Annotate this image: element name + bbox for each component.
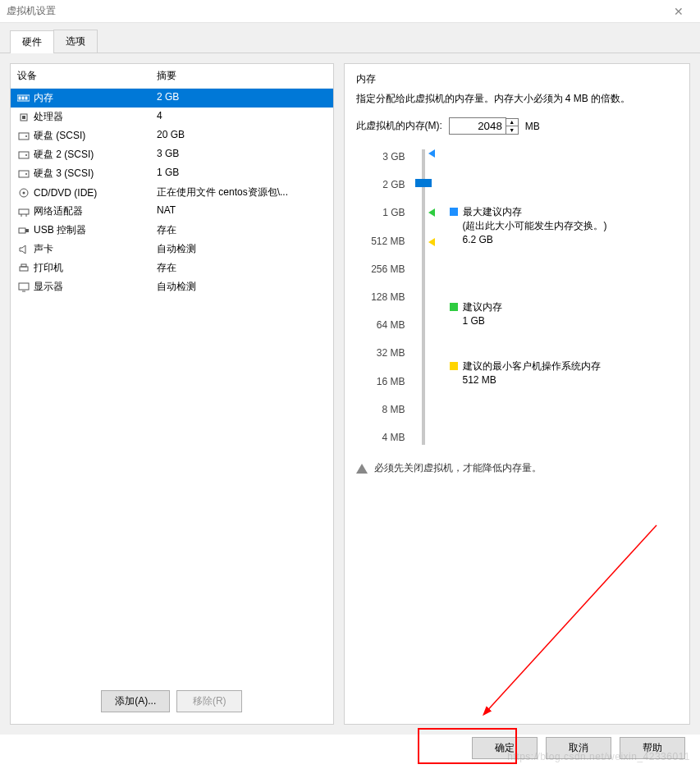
min-label: 建议的最小客户机操作系统内存 [463, 359, 601, 373]
table-row[interactable]: 硬盘 3 (SCSI)1 GB [11, 164, 333, 183]
memory-slider[interactable] [412, 149, 435, 445]
table-row[interactable]: CD/DVD (IDE)正在使用文件 centos资源包\... [11, 183, 333, 202]
table-row[interactable]: 声卡自动检测 [11, 240, 333, 259]
device-summary: 2 GB [157, 91, 179, 105]
slider-tick-label: 64 MB [356, 319, 405, 331]
device-summary: 正在使用文件 centos资源包\... [157, 185, 288, 199]
device-name: 声卡 [34, 242, 53, 256]
spinner-down-icon[interactable]: ▼ [506, 126, 518, 134]
rec-value: 1 GB [463, 314, 502, 328]
device-name: 显示器 [34, 280, 63, 294]
slider-tick-label: 128 MB [356, 291, 405, 303]
hardware-table-header: 设备 摘要 [11, 64, 333, 89]
slider-tick-label: 16 MB [356, 376, 405, 387]
tab-bar: 硬件 选项 [0, 23, 700, 53]
marker-min-icon [428, 238, 435, 246]
device-name: USB 控制器 [34, 223, 86, 237]
device-summary: 自动检测 [157, 242, 196, 256]
memory-section-title: 内存 [356, 72, 679, 86]
svg-rect-2 [22, 97, 24, 99]
slider-tick-label: 3 GB [356, 151, 405, 162]
max-rec-label: 最大建议内存 [463, 205, 607, 219]
net-icon [17, 207, 30, 217]
slider-tick-label: 256 MB [356, 263, 405, 275]
memory-icon [17, 94, 30, 103]
usb-icon [17, 226, 30, 236]
printer-icon [17, 263, 30, 273]
table-row[interactable]: 内存2 GB [11, 89, 333, 108]
close-icon[interactable]: ✕ [664, 5, 693, 18]
device-summary: 存在 [157, 261, 176, 275]
square-green-icon [450, 303, 458, 311]
remove-button[interactable]: 移除(R) [176, 690, 242, 712]
device-name: 内存 [34, 91, 53, 105]
slider-tick-label: 8 MB [356, 404, 405, 415]
slider-tick-label: 1 GB [356, 207, 405, 218]
svg-rect-10 [19, 171, 29, 177]
hardware-table: 设备 摘要 内存2 GB处理器4硬盘 (SCSI)20 GB硬盘 2 (SCSI… [11, 64, 333, 682]
cd-icon [17, 188, 30, 198]
svg-point-13 [22, 191, 25, 194]
cancel-button[interactable]: 取消 [546, 737, 611, 759]
help-button[interactable]: 帮助 [620, 737, 685, 759]
warning-row: 必须先关闭虚拟机，才能降低内存量。 [356, 461, 679, 475]
col-header-summary: 摘要 [157, 69, 176, 83]
device-summary: NAT [157, 204, 176, 218]
tab-options[interactable]: 选项 [53, 30, 98, 53]
spinner-up-icon[interactable]: ▲ [506, 119, 518, 126]
svg-rect-1 [19, 97, 21, 99]
slider-tick-label: 32 MB [356, 347, 405, 359]
sound-icon [17, 245, 30, 254]
square-yellow-icon [450, 362, 458, 370]
device-name: 网络适配器 [34, 204, 83, 218]
square-blue-icon [450, 208, 458, 216]
svg-rect-6 [19, 133, 29, 140]
memory-input[interactable] [449, 117, 506, 135]
col-header-device: 设备 [17, 69, 157, 83]
ok-button[interactable]: 确定 [472, 737, 538, 759]
rec-label: 建议内存 [463, 300, 502, 314]
add-button[interactable]: 添加(A)... [101, 690, 170, 712]
memory-unit: MB [525, 121, 540, 132]
device-summary: 自动检测 [157, 280, 196, 294]
table-row[interactable]: 显示器自动检测 [11, 277, 333, 296]
marker-max-icon [428, 149, 435, 158]
table-row[interactable]: 硬盘 (SCSI)20 GB [11, 126, 333, 145]
table-row[interactable]: 处理器4 [11, 108, 333, 126]
memory-input-row: 此虚拟机的内存(M): ▲ ▼ MB [356, 117, 679, 135]
device-name: 处理器 [34, 110, 63, 124]
hardware-list-panel: 设备 摘要 内存2 GB处理器4硬盘 (SCSI)20 GB硬盘 2 (SCSI… [10, 63, 334, 725]
warning-text: 必须先关闭虚拟机，才能降低内存量。 [374, 461, 542, 475]
memory-spinner[interactable]: ▲ ▼ [506, 118, 519, 135]
slider-tick-label: 4 MB [356, 432, 405, 443]
slider-tick-label: 2 GB [356, 179, 405, 190]
slider-tick-labels: 3 GB2 GB1 GB512 MB256 MB128 MB64 MB32 MB… [356, 149, 405, 445]
tab-hardware[interactable]: 硬件 [10, 30, 54, 53]
device-name: 硬盘 3 (SCSI) [34, 167, 94, 181]
table-row[interactable]: USB 控制器存在 [11, 221, 333, 240]
table-row[interactable]: 硬盘 2 (SCSI)3 GB [11, 145, 333, 164]
disk-icon [17, 169, 30, 179]
device-name: 硬盘 (SCSI) [34, 129, 85, 143]
slider-thumb[interactable] [415, 179, 432, 187]
memory-panel: 内存 指定分配给此虚拟机的内存量。内存大小必须为 4 MB 的倍数。 此虚拟机的… [344, 63, 691, 725]
table-row[interactable]: 打印机存在 [11, 259, 333, 277]
display-icon [17, 282, 30, 292]
svg-rect-5 [22, 116, 25, 119]
svg-rect-14 [19, 209, 29, 214]
max-rec-value: 6.2 GB [463, 233, 607, 247]
info-min-recommended: 建议的最小客户机操作系统内存 512 MB [450, 359, 601, 387]
svg-rect-19 [20, 267, 28, 271]
svg-point-11 [25, 173, 27, 175]
device-name: 硬盘 2 (SCSI) [34, 148, 94, 162]
device-name: CD/DVD (IDE) [34, 187, 97, 199]
svg-rect-8 [19, 152, 29, 158]
device-name: 打印机 [34, 261, 63, 275]
cpu-icon [17, 112, 30, 122]
info-max-recommended: 最大建议内存 (超出此大小可能发生内存交换。) 6.2 GB [450, 205, 607, 246]
disk-icon [17, 150, 30, 160]
titlebar: 虚拟机设置 ✕ [0, 0, 700, 23]
memory-input-label: 此虚拟机的内存(M): [356, 119, 442, 133]
table-row[interactable]: 网络适配器NAT [11, 202, 333, 221]
device-summary: 20 GB [157, 129, 185, 143]
